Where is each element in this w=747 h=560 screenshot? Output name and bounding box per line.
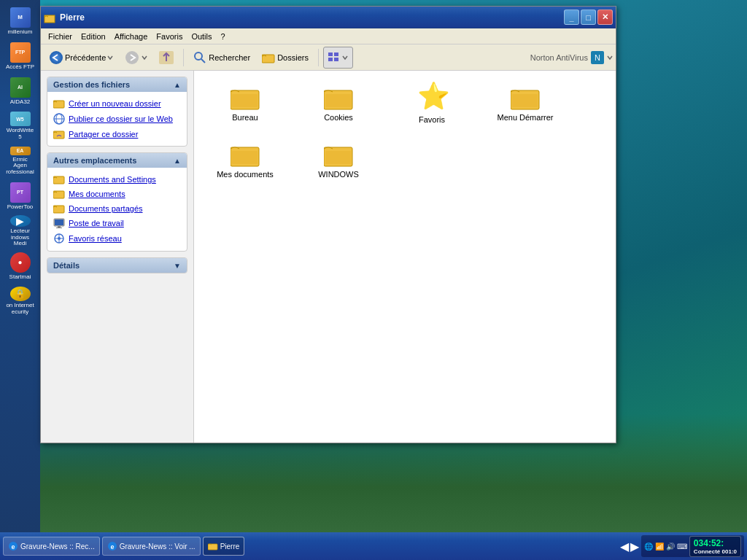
link-label: Mes documents [69, 190, 125, 198]
link-label: Favoris réseau [69, 234, 122, 243]
minimize-button[interactable]: _ [564, 9, 579, 25]
menu-fichier[interactable]: Fichier [44, 31, 77, 42]
sidebar-item-millenium[interactable]: M millenium [6, 7, 35, 36]
menu-help[interactable]: ? [217, 31, 230, 42]
svg-rect-9 [328, 58, 333, 61]
sidebar-label: Startmai [9, 274, 31, 281]
up-button[interactable] [154, 47, 179, 69]
tray-icon-1[interactable]: 🌐 [644, 542, 653, 551]
sidebar-label: Ermic Agenrofessional [6, 157, 35, 176]
nav-right-icon[interactable]: ▶ [630, 540, 639, 553]
panel-other-locations-header[interactable]: Autres emplacements ▲ [47, 153, 187, 168]
sidebar-item-ermic[interactable]: EA Ermic Agenrofessional [6, 147, 35, 176]
link-label: Documents partagés [69, 204, 143, 213]
title-bar: Pierre _ □ ✕ [41, 7, 616, 28]
taskbar-item-pierre[interactable]: Pierre [203, 537, 245, 556]
tray-icon-2[interactable]: 📶 [655, 542, 664, 551]
link-poste-travail[interactable]: Poste de travail [50, 216, 184, 230]
file-item-favoris[interactable]: ⭐ Favoris [388, 78, 476, 129]
link-documents-partages[interactable]: Documents partagés [50, 201, 184, 216]
folder-icon3 [53, 203, 65, 214]
ie-icon2: e [107, 541, 117, 551]
link-mes-documents[interactable]: Mes documents [50, 187, 184, 201]
close-button[interactable]: ✕ [597, 9, 613, 25]
menu-edition[interactable]: Edition [77, 31, 110, 42]
svg-rect-34 [512, 94, 538, 107]
sidebar-label: Lecteurindows Medi [6, 228, 35, 247]
toolbar-sep-1 [183, 49, 184, 66]
file-item-windows[interactable]: WINDOWS [295, 135, 382, 186]
svg-rect-7 [328, 52, 333, 56]
chevron-up-icon: ▲ [174, 81, 181, 89]
taskbar-nav-arrows: ◀ ▶ [620, 540, 639, 553]
link-publish-web[interactable]: Publier ce dossier sur le Web [50, 111, 184, 127]
search-button[interactable]: Rechercher [188, 47, 255, 69]
svg-point-4 [195, 52, 202, 60]
sidebar-label: AIDA32 [10, 99, 31, 106]
menu-bar: Fichier Edition Affichage Favoris Outils… [41, 28, 616, 44]
tray-status: Connecté 001:0 [694, 548, 737, 555]
link-share-folder[interactable]: Partager ce dossier [50, 127, 184, 141]
maximize-button[interactable]: □ [581, 9, 596, 25]
taskbar-label: Gravure-News :: Rec... [20, 542, 95, 551]
svg-rect-8 [334, 52, 338, 56]
taskbar: e Gravure-News :: Rec... e Gravure-News … [0, 532, 747, 560]
link-label: Créer un nouveau dossier [69, 99, 161, 108]
file-label: Mes documents [217, 170, 274, 179]
window-title: Pierre [60, 12, 564, 23]
norton-label: Norton AntiVirus [530, 53, 588, 62]
file-item-menu-demarrer[interactable]: Menu Démarrer [481, 78, 569, 129]
toolbar-sep-2 [318, 49, 319, 66]
tray-clock-panel: 034:52: Connecté 001:0 [689, 536, 741, 557]
sidebar-item-norton[interactable]: 🔒 on Internetecurity [6, 287, 35, 316]
sidebar-label: PowerToo [7, 204, 34, 211]
panel-file-management-header[interactable]: Gestion des fichiers ▲ [47, 77, 187, 92]
link-new-folder[interactable]: Créer un nouveau dossier [50, 96, 184, 111]
folders-icon [262, 52, 275, 63]
menu-outils[interactable]: Outils [187, 31, 216, 42]
left-panel: Gestion des fichiers ▲ Créer un nouveau … [41, 71, 194, 443]
search-label: Rechercher [209, 53, 250, 62]
taskbar-item-gravure1[interactable]: e Gravure-News :: Rec... [3, 537, 100, 556]
file-label: Menu Démarrer [497, 113, 553, 122]
share-icon [53, 129, 65, 139]
view-button[interactable] [323, 47, 353, 69]
menu-favoris[interactable]: Favoris [152, 31, 187, 42]
nav-left-icon[interactable]: ◀ [620, 540, 629, 553]
panel-file-management-content: Créer un nouveau dossier Publier ce doss… [47, 92, 187, 146]
sidebar-item-wordwrite[interactable]: W5 WordWrite 5 [6, 112, 35, 141]
new-folder-icon [53, 98, 65, 109]
menu-affichage[interactable]: Affichage [110, 31, 152, 42]
tray-clock: 034:52: [694, 538, 737, 548]
chevron-down-icon: ▼ [174, 262, 181, 270]
folders-button[interactable]: Dossiers [257, 47, 314, 69]
file-item-mes-documents[interactable]: Mes documents [201, 135, 289, 186]
link-documents-settings[interactable]: Documents and Settings [50, 172, 184, 187]
tray-icon-3[interactable]: 🔊 [666, 542, 675, 551]
sidebar-item-powertoo[interactable]: PT PowerToo [6, 182, 35, 211]
sidebar-item-startmai[interactable]: ● Startmai [6, 252, 35, 281]
sidebar-label: Accès FTP [6, 64, 34, 71]
svg-point-2 [125, 51, 139, 64]
tray-icon-4[interactable]: ⌨ [677, 542, 687, 551]
svg-rect-22 [58, 226, 61, 228]
file-label: Cookies [324, 113, 353, 122]
taskbar-item-gravure2[interactable]: e Gravure-News :: Voir ... [102, 537, 201, 556]
computer-icon [53, 218, 65, 228]
panel-details-header[interactable]: Détails ▼ [47, 258, 187, 273]
sidebar-item-aida32[interactable]: AI AIDA32 [6, 77, 35, 106]
chevron-up-icon2: ▲ [174, 157, 181, 165]
sidebar-item-mediaplayer[interactable]: ▶ Lecteurindows Medi [6, 217, 35, 246]
link-favoris-reseau[interactable]: Favoris réseau [50, 230, 184, 246]
view-icon [328, 52, 340, 63]
sidebar-label: WordWrite 5 [6, 128, 35, 141]
back-button[interactable]: Précédente [44, 47, 118, 69]
file-view: Bureau Cookies ⭐ Favoris [194, 71, 616, 443]
sidebar-item-ftp[interactable]: FTP Accès FTP [6, 42, 35, 71]
sidebar-label: millenium [8, 29, 33, 36]
forward-button[interactable] [120, 47, 152, 69]
file-item-bureau[interactable]: Bureau [201, 78, 289, 129]
file-item-cookies[interactable]: Cookies [295, 78, 382, 129]
sidebar-label: on Internetecurity [6, 303, 34, 316]
system-tray: 🌐 📶 🔊 ⌨ 034:52: Connecté 001:0 [641, 535, 744, 557]
